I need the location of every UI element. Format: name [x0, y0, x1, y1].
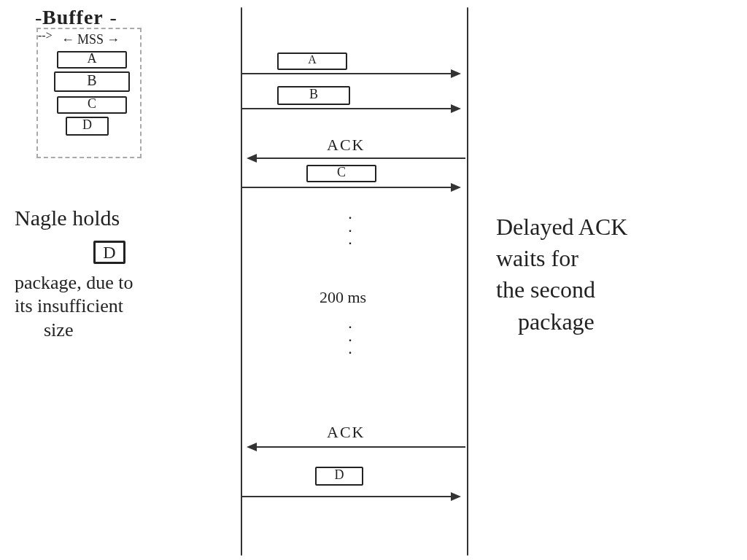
nagle-note-line3: its insufficient: [15, 295, 204, 319]
nagle-note-line1: Nagle holds: [15, 204, 204, 232]
packet-d: D: [315, 467, 363, 486]
nagle-note: Nagle holds D package, due to its insuff…: [15, 204, 204, 342]
arrow-send-b: [242, 108, 460, 109]
wait-dots-top: ···: [343, 211, 357, 250]
nagle-note-line4: size: [15, 319, 204, 343]
ack2-label: ACK: [327, 423, 365, 442]
delayed-ack-line4: package: [496, 306, 737, 338]
receiver-timeline: [467, 7, 468, 556]
buffer-title: Buffer: [42, 6, 104, 28]
delay-label: 200 ms: [320, 288, 366, 307]
buffer-item-b: B: [54, 71, 130, 92]
wait-dots-bottom: ···: [343, 321, 357, 359]
delayed-ack-line1: Delayed ACK: [496, 211, 737, 243]
arrow-send-d: [242, 496, 460, 497]
packet-a: A: [277, 52, 347, 70]
delayed-ack-line3: the second: [496, 274, 737, 306]
buffer-box: --> ← MSS → A B C D: [36, 28, 142, 158]
ack1-label: ACK: [327, 136, 365, 155]
buffer-item-c: C: [57, 96, 127, 114]
delayed-ack-note: Delayed ACK waits for the second package: [496, 211, 737, 338]
nagle-note-line2: package, due to: [15, 271, 204, 295]
packet-c: C: [306, 165, 376, 182]
delayed-ack-line2: waits for: [496, 243, 737, 274]
buffer-group: - Buffer -: [42, 6, 104, 29]
packet-b: B: [277, 86, 350, 105]
nagle-boxed-d: D: [93, 241, 125, 264]
sender-timeline: [241, 7, 242, 556]
buffer-item-d: D: [66, 117, 109, 136]
buffer-item-a: A: [57, 51, 127, 69]
arrow-send-c: [242, 187, 460, 188]
arrow-ack2: [248, 446, 465, 448]
arrow-ack1: [248, 158, 465, 159]
arrow-send-a: [242, 73, 460, 74]
mss-label: ← MSS →: [54, 32, 127, 47]
